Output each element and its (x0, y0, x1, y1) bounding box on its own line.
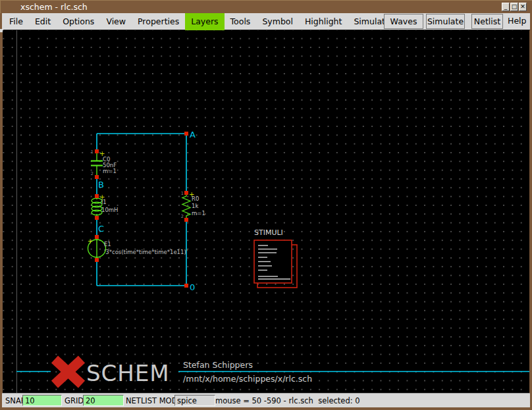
pin-terminal (184, 284, 188, 288)
menu-item-options[interactable]: Options (57, 13, 100, 30)
menu-item-edit[interactable]: Edit (29, 13, 57, 30)
pin-terminal (95, 258, 99, 262)
pin-terminal (95, 149, 99, 153)
net-label-c[interactable]: C (98, 224, 104, 234)
close-button[interactable]: ✕ (519, 3, 527, 11)
component-value: 10mH (101, 207, 119, 213)
menu-items: File Edit Options View Properties Layers… (3, 13, 404, 30)
net-label-a[interactable]: A (190, 130, 196, 140)
schematic-canvas[interactable]: + 1 2 C0 50nF m=1 + (3, 30, 529, 393)
pin-terminal (184, 132, 188, 136)
snap-input[interactable] (22, 395, 62, 406)
inductor-symbol[interactable]: + l1 10mH (92, 193, 119, 220)
simulate-button[interactable]: Simulate (426, 14, 465, 29)
pin-number: 2 (91, 171, 93, 176)
component-value: 1k (192, 203, 198, 209)
net-label-0[interactable]: 0 (190, 282, 195, 292)
polarity-mark: + (88, 238, 93, 245)
pin-number: 2 (181, 214, 184, 219)
pin-terminal (95, 216, 99, 220)
component-ref: E1 (104, 241, 111, 247)
capacitor-symbol[interactable]: + 1 2 C0 50nF m=1 (91, 149, 117, 179)
stimuli-block[interactable]: STIMULI (254, 228, 297, 288)
component-value: '3*cos(time*time*time*1e11)' (104, 249, 188, 255)
stimuli-title: STIMULI (254, 228, 283, 237)
filepath-text: /mnt/x/home/schippes/x/rlc.sch (183, 374, 312, 384)
menu-item-highlight[interactable]: Highlight (299, 13, 348, 30)
menu-bar: File Edit Options View Properties Layers… (2, 13, 530, 30)
pin-terminal (95, 194, 99, 198)
waves-button[interactable]: Waves (384, 14, 423, 29)
pin-number: 1 (91, 149, 93, 155)
pin-terminal (184, 191, 188, 195)
author-text: Stefan Schippers (183, 360, 253, 370)
voltage-source-symbol[interactable]: + E1 '3*cos(time*time*time*1e11)' (88, 235, 188, 262)
menu-item-properties[interactable]: Properties (132, 13, 185, 30)
window-title: xschem - rlc.sch (20, 1, 88, 14)
menu-item-layers[interactable]: Layers (185, 13, 224, 30)
help-button[interactable]: Help (508, 14, 527, 29)
menu-item-file[interactable]: File (3, 13, 29, 30)
pin-number: 1 (181, 191, 184, 196)
component-mult: m=1 (192, 210, 205, 217)
menu-item-symbol[interactable]: Symbol (256, 13, 299, 30)
minimize-button[interactable]: _ (502, 3, 510, 11)
grid-input[interactable] (83, 395, 124, 406)
logo-text: SCHEM (86, 360, 170, 386)
xschem-window: xschem - rlc.sch _ □ ✕ File Edit Options… (0, 0, 532, 410)
pin-terminal (95, 175, 99, 179)
component-ref: R0 (192, 195, 199, 202)
resistor-symbol[interactable]: + 1 2 R0 1k m=1 (181, 191, 205, 222)
status-bar: SNAP: GRID: NETLIST MODE: mouse = 50 -59… (2, 393, 530, 407)
menu-item-view[interactable]: View (100, 13, 132, 30)
maximize-button[interactable]: □ (510, 3, 518, 11)
pin-terminal (184, 218, 188, 222)
title-bar[interactable]: xschem - rlc.sch _ □ ✕ (0, 0, 532, 13)
xschem-logo: SCHEM (55, 359, 170, 386)
netlist-mode-input[interactable] (174, 395, 215, 406)
component-ref: l1 (101, 199, 107, 205)
pin-terminal (95, 235, 99, 239)
component-mult: m=1 (103, 168, 117, 174)
logo-x-icon (55, 359, 82, 384)
mouse-status-text: mouse = 50 -590 - rlc.sch selected: 0 (215, 396, 360, 405)
net-label-b[interactable]: B (98, 180, 104, 190)
netlist-button[interactable]: Netlist (471, 14, 503, 29)
menu-item-tools[interactable]: Tools (225, 13, 257, 30)
